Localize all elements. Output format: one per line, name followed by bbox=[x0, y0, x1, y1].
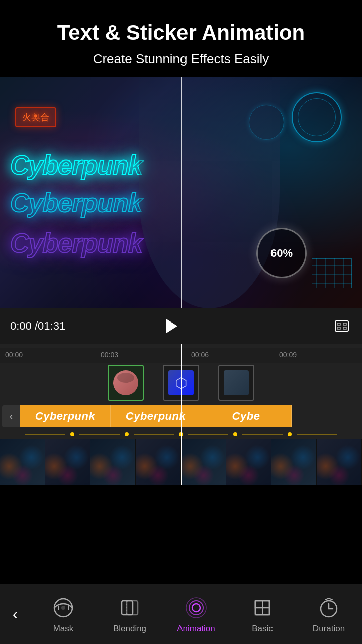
timeline-ruler: 00:00 00:03 00:06 00:09 bbox=[0, 348, 362, 363]
neon-sign: 火奥合 bbox=[15, 107, 56, 127]
cyber-text-1: Cyberpunk bbox=[10, 150, 142, 180]
play-button[interactable] bbox=[158, 313, 184, 339]
sticker-glasses-thumbnail bbox=[168, 370, 194, 395]
sticker-card-thumbnail bbox=[224, 370, 249, 395]
controls-bar: 0:00 /01:31 bbox=[0, 308, 362, 344]
sticker-connector-1 bbox=[125, 400, 126, 401]
page-subtitle: Create Stunning Effects Easily bbox=[15, 51, 347, 67]
duration-label: Duration bbox=[313, 624, 345, 634]
film-frame-1 bbox=[0, 439, 45, 485]
percent-value: 60% bbox=[270, 247, 293, 260]
dot-line-4 bbox=[188, 434, 228, 435]
cyber-text-3: Cyberpunk bbox=[10, 228, 142, 258]
dot-1 bbox=[70, 432, 74, 436]
animation-icon bbox=[183, 595, 209, 621]
ruler-mark-0: 00:00 bbox=[5, 351, 23, 359]
blending-icon bbox=[117, 595, 143, 621]
toolbar-item-duration[interactable]: Duration bbox=[296, 584, 362, 644]
sticker-frame-face[interactable] bbox=[108, 365, 144, 401]
filmstrip bbox=[0, 439, 362, 485]
video-background: 火奥合 Cyberpunk Cyberpunk Cyberpunk 60% bbox=[0, 77, 362, 308]
video-playhead bbox=[181, 77, 182, 308]
svg-rect-0 bbox=[335, 321, 348, 331]
svg-rect-1 bbox=[337, 323, 340, 325]
sticker-row bbox=[0, 363, 362, 403]
dot-3 bbox=[179, 432, 183, 436]
dot-line-5 bbox=[242, 434, 283, 435]
ruler-mark-2: 00:06 bbox=[191, 351, 209, 359]
header-section: Text & Sticker Animation Create Stunning… bbox=[0, 0, 362, 77]
basic-icon bbox=[249, 595, 276, 621]
timeline[interactable]: 00:00 00:03 00:06 00:09 ‹ Cyberpunk Cybe… bbox=[0, 344, 362, 485]
time-separator: / bbox=[32, 319, 38, 332]
film-frame-2 bbox=[45, 439, 90, 485]
text-track-segments: Cyberpunk Cyberpunk Cybe bbox=[20, 405, 362, 427]
time-current: 0:00 bbox=[10, 319, 32, 332]
toolbar-item-animation[interactable]: Animation bbox=[163, 584, 229, 644]
sticker-face-thumbnail bbox=[113, 370, 138, 395]
toolbar-item-mask[interactable]: Mask bbox=[30, 584, 97, 644]
mask-label: Mask bbox=[53, 624, 74, 634]
film-frame-8 bbox=[317, 439, 362, 485]
dot-line-2 bbox=[79, 434, 120, 435]
animation-label: Animation bbox=[177, 624, 215, 634]
mask-icon bbox=[50, 595, 76, 621]
text-track: ‹ Cyberpunk Cyberpunk Cybe bbox=[0, 403, 362, 429]
time-display: 0:00 /01:31 bbox=[10, 319, 158, 333]
film-frame-3 bbox=[90, 439, 136, 485]
dot-line-6 bbox=[297, 434, 337, 435]
text-segment-3[interactable]: Cybe bbox=[201, 405, 292, 427]
film-frame-7 bbox=[272, 439, 317, 485]
page-title: Text & Sticker Animation bbox=[15, 20, 347, 45]
dot-line-1 bbox=[25, 434, 65, 435]
film-frame-4 bbox=[136, 439, 181, 485]
sticker-connector-2 bbox=[180, 400, 182, 401]
dot-line-3 bbox=[134, 434, 174, 435]
toolbar-item-blending[interactable]: Blending bbox=[97, 584, 163, 644]
basic-label: Basic bbox=[252, 624, 273, 634]
hud-grid bbox=[312, 258, 352, 288]
time-total: 01:31 bbox=[38, 319, 65, 332]
fullscreen-button[interactable] bbox=[332, 316, 352, 336]
svg-point-6 bbox=[61, 606, 65, 610]
svg-point-9 bbox=[192, 604, 200, 612]
sticker-connector-3 bbox=[236, 400, 237, 401]
ruler-mark-1: 00:03 bbox=[101, 351, 118, 359]
play-icon bbox=[166, 319, 177, 333]
duration-icon bbox=[316, 595, 342, 621]
text-segment-2[interactable]: Cyberpunk bbox=[111, 405, 201, 427]
cyber-text-2: Cyberpunk bbox=[10, 188, 142, 218]
fullscreen-icon bbox=[335, 320, 349, 332]
video-preview: 火奥合 Cyberpunk Cyberpunk Cyberpunk 60% bbox=[0, 77, 362, 308]
sticker-frame-glasses[interactable] bbox=[163, 365, 199, 401]
sticker-frame-card[interactable] bbox=[218, 365, 254, 401]
percent-indicator: 60% bbox=[256, 228, 307, 278]
dot-5 bbox=[288, 432, 292, 436]
bottom-toolbar: ‹ Mask Blending bbox=[0, 584, 362, 644]
hud-circle-1 bbox=[292, 92, 342, 142]
film-frame-5 bbox=[181, 439, 226, 485]
svg-rect-2 bbox=[343, 323, 346, 325]
back-chevron-icon: ‹ bbox=[13, 605, 18, 623]
text-segment-1[interactable]: Cyberpunk bbox=[20, 405, 111, 427]
back-button[interactable]: ‹ bbox=[0, 584, 30, 644]
dots-row bbox=[0, 429, 362, 439]
person-silhouette bbox=[139, 77, 280, 308]
svg-point-10 bbox=[189, 601, 203, 615]
toolbar-item-basic[interactable]: Basic bbox=[229, 584, 296, 644]
dot-4 bbox=[233, 432, 237, 436]
dot-2 bbox=[125, 432, 129, 436]
film-frame-6 bbox=[226, 439, 272, 485]
svg-rect-3 bbox=[337, 327, 340, 329]
svg-rect-4 bbox=[343, 327, 346, 329]
ruler-mark-3: 00:09 bbox=[279, 351, 297, 359]
blending-label: Blending bbox=[113, 624, 146, 634]
track-back-button[interactable]: ‹ bbox=[2, 405, 20, 427]
